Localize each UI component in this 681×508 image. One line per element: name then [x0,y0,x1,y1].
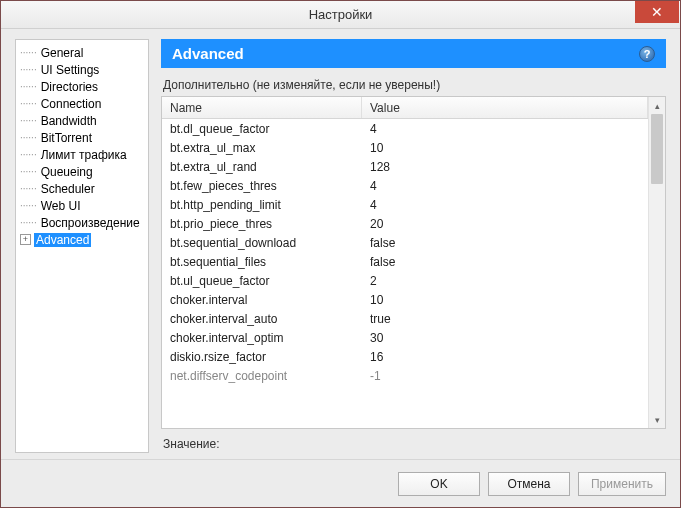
tree-item-label: General [39,46,86,60]
cell-value: 4 [362,122,648,136]
tree-item[interactable]: ······Bandwidth [18,112,146,129]
table-row[interactable]: bt.extra_ul_max10 [162,138,648,157]
main-panel: Advanced ? Дополнительно (не изменяйте, … [161,39,666,453]
tree-connector: ······ [20,98,39,109]
cell-name: bt.few_pieces_thres [162,179,362,193]
dialog-body: ······General······UI Settings······Dire… [1,29,680,459]
cell-name: choker.interval_optim [162,331,362,345]
cell-value: 2 [362,274,648,288]
scroll-thumb[interactable] [651,114,663,184]
titlebar: Настройки ✕ [1,1,680,29]
apply-button[interactable]: Применить [578,472,666,496]
table-row[interactable]: diskio.rsize_factor16 [162,347,648,366]
tree-item-label: Воспроизведение [39,216,142,230]
scroll-down-button[interactable]: ▾ [649,411,665,428]
tree-item-label: Web UI [39,199,83,213]
cell-value: false [362,236,648,250]
tree-item[interactable]: ······Лимит трафика [18,146,146,163]
cell-value: -1 [362,369,648,383]
tree-item-label: Directories [39,80,100,94]
tree-item-label: Connection [39,97,104,111]
window-title: Настройки [1,7,680,22]
table-row[interactable]: net.diffserv_codepoint-1 [162,366,648,385]
scroll-track[interactable] [649,114,665,411]
tree-item[interactable]: ······Queueing [18,163,146,180]
tree-connector: ······ [20,200,39,211]
close-button[interactable]: ✕ [635,1,679,23]
table-row[interactable]: bt.sequential_downloadfalse [162,233,648,252]
tree-connector: ······ [20,81,39,92]
tree-item-label: Queueing [39,165,95,179]
tree-item-label: Advanced [34,233,91,247]
cell-value: 10 [362,293,648,307]
table-row[interactable]: bt.sequential_filesfalse [162,252,648,271]
cell-name: bt.sequential_download [162,236,362,250]
table-body[interactable]: bt.dl_queue_factor4bt.extra_ul_max10bt.e… [162,119,648,428]
scroll-up-button[interactable]: ▴ [649,97,665,114]
table-row[interactable]: bt.dl_queue_factor4 [162,119,648,138]
cell-name: bt.sequential_files [162,255,362,269]
tree-item[interactable]: ······Web UI [18,197,146,214]
cell-value: 4 [362,198,648,212]
category-tree[interactable]: ······General······UI Settings······Dire… [15,39,149,453]
ok-button[interactable]: OK [398,472,480,496]
value-label: Значение: [163,437,666,451]
section-header: Advanced ? [161,39,666,68]
tree-item-label: Scheduler [39,182,97,196]
table-row[interactable]: choker.interval_optim30 [162,328,648,347]
table-row[interactable]: choker.interval10 [162,290,648,309]
table-row[interactable]: bt.extra_ul_rand128 [162,157,648,176]
tree-connector: ······ [20,132,39,143]
settings-window: Настройки ✕ ······General······UI Settin… [0,0,681,508]
cell-value: 128 [362,160,648,174]
tree-item[interactable]: ······Scheduler [18,180,146,197]
cell-value: 20 [362,217,648,231]
tree-connector: ······ [20,217,39,228]
cell-value: 30 [362,331,648,345]
table-row[interactable]: bt.http_pending_limit4 [162,195,648,214]
cell-name: bt.ul_queue_factor [162,274,362,288]
tree-connector: ······ [20,47,39,58]
tree-item[interactable]: ······BitTorrent [18,129,146,146]
column-header-name[interactable]: Name [162,97,362,118]
vertical-scrollbar[interactable]: ▴ ▾ [648,97,665,428]
cell-name: bt.http_pending_limit [162,198,362,212]
tree-item[interactable]: ······General [18,44,146,61]
help-icon[interactable]: ? [639,46,655,62]
cell-name: bt.extra_ul_max [162,141,362,155]
tree-item[interactable]: +Advanced [18,231,146,248]
expand-icon[interactable]: + [20,234,31,245]
cell-name: choker.interval_auto [162,312,362,326]
cell-name: bt.prio_piece_thres [162,217,362,231]
tree-connector: ······ [20,149,39,160]
table-row[interactable]: bt.ul_queue_factor2 [162,271,648,290]
table-row[interactable]: bt.prio_piece_thres20 [162,214,648,233]
cell-value: 10 [362,141,648,155]
tree-item[interactable]: ······Directories [18,78,146,95]
table-row[interactable]: choker.interval_autotrue [162,309,648,328]
cell-name: net.diffserv_codepoint [162,369,362,383]
tree-connector: ······ [20,64,39,75]
cell-value: 16 [362,350,648,364]
cell-value: true [362,312,648,326]
section-heading: Advanced [172,45,244,62]
table-header-row: Name Value [162,97,648,119]
column-header-value[interactable]: Value [362,97,648,118]
cell-value: false [362,255,648,269]
cell-name: bt.dl_queue_factor [162,122,362,136]
cell-name: diskio.rsize_factor [162,350,362,364]
table-row[interactable]: bt.few_pieces_thres4 [162,176,648,195]
tree-item-label: Лимит трафика [39,148,129,162]
tree-connector: ······ [20,183,39,194]
close-icon: ✕ [651,4,663,20]
tree-item[interactable]: ······UI Settings [18,61,146,78]
tree-item[interactable]: ······Воспроизведение [18,214,146,231]
tree-item[interactable]: ······Connection [18,95,146,112]
tree-item-label: UI Settings [39,63,102,77]
section-subtitle: Дополнительно (не изменяйте, если не уве… [163,78,666,92]
cancel-button[interactable]: Отмена [488,472,570,496]
cell-name: bt.extra_ul_rand [162,160,362,174]
dialog-footer: OK Отмена Применить [1,459,680,507]
tree-item-label: Bandwidth [39,114,99,128]
tree-connector: ······ [20,115,39,126]
